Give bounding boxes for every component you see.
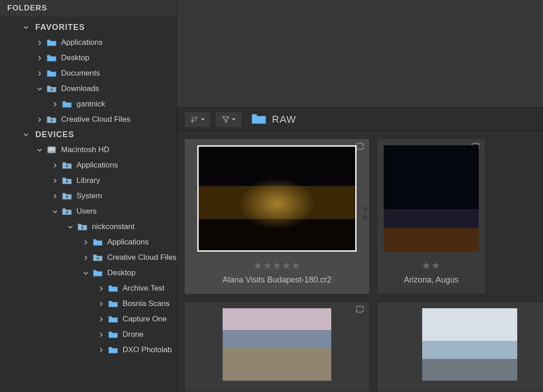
filter-button[interactable] xyxy=(215,111,242,128)
tree-item[interactable]: gantnick xyxy=(0,96,176,112)
tree-item[interactable]: Applications xyxy=(0,234,176,250)
folder-icon xyxy=(108,300,118,308)
folder-icon xyxy=(62,177,72,185)
star-rating[interactable]: ★★ xyxy=(422,260,441,272)
chevron-right-icon[interactable] xyxy=(82,239,89,245)
tree-item-label: Applications xyxy=(107,238,149,247)
section-favorites[interactable]: FAVORITES xyxy=(0,20,176,35)
breadcrumb[interactable]: RAW xyxy=(251,112,296,127)
thumbnail-image[interactable] xyxy=(223,308,331,381)
tree-item[interactable]: DXO Photolab xyxy=(0,342,176,358)
tree-item-label: Desktop xyxy=(107,268,135,277)
folder-icon xyxy=(47,38,57,47)
chevron-right-icon[interactable] xyxy=(98,301,104,307)
thumbnail-image[interactable] xyxy=(384,145,479,252)
tree-item[interactable]: nickconstant xyxy=(0,219,176,234)
tree-item-label: Macintosh HD xyxy=(61,145,110,154)
thumbnail-card[interactable] xyxy=(184,301,370,392)
tree-item[interactable]: Users xyxy=(0,204,176,219)
tree-item[interactable]: Bosnia Scans xyxy=(0,296,176,311)
chevron-down-icon[interactable] xyxy=(67,224,73,230)
chevron-down-icon xyxy=(23,132,29,138)
folder-icon xyxy=(47,115,57,124)
chevron-right-icon[interactable] xyxy=(36,55,43,61)
svg-point-6 xyxy=(66,196,68,198)
tree-item[interactable]: Downloads xyxy=(0,81,176,96)
app-root: FOLDERS FAVORITES ApplicationsDesktopDoc… xyxy=(0,0,543,392)
section-label: FAVORITES xyxy=(35,23,85,32)
folder-icon xyxy=(62,207,72,215)
svg-point-4 xyxy=(66,165,68,167)
tree-item-label: Archive.Test xyxy=(123,284,165,293)
tree-item-label: nickconstant xyxy=(92,222,135,231)
repeat-icon xyxy=(355,306,365,315)
star-rating[interactable]: ★★★★★ xyxy=(253,260,301,272)
chevron-down-icon[interactable] xyxy=(82,270,89,276)
tree-item[interactable]: Desktop xyxy=(0,265,176,281)
tree-item[interactable]: Desktop xyxy=(0,50,176,66)
tree-item[interactable]: Creative Cloud Files xyxy=(0,250,176,265)
folder-icon xyxy=(62,100,72,108)
svg-point-0 xyxy=(50,88,52,91)
folder-icon xyxy=(47,85,57,93)
tree-item[interactable]: Macintosh HD xyxy=(0,142,176,158)
chevron-right-icon[interactable] xyxy=(36,116,43,123)
tree-item[interactable]: Library xyxy=(0,173,176,188)
chevron-right-icon[interactable] xyxy=(98,285,104,292)
tree-item-label: Desktop xyxy=(61,53,89,62)
svg-point-7 xyxy=(66,211,68,213)
folder-icon xyxy=(93,238,103,246)
tree-item[interactable]: Creative Cloud Files xyxy=(0,112,176,127)
chevron-down-icon[interactable] xyxy=(36,86,43,92)
thumbnail-image[interactable] xyxy=(197,145,357,252)
thumbnail-caption: Alana Visits Budapest-180.cr2 xyxy=(223,275,332,285)
chevron-right-icon[interactable] xyxy=(36,70,43,76)
tree-item-label: Downloads xyxy=(61,84,99,93)
chevron-right-icon[interactable] xyxy=(52,177,58,184)
tree-item-label: Documents xyxy=(61,69,100,78)
main-pane: RAW ★★★★★ Alana Visits Budapest-180.cr2 … xyxy=(177,0,543,392)
tree-item[interactable]: Documents xyxy=(0,66,176,81)
thumbnail-card[interactable]: ★★★★★ Alana Visits Budapest-180.cr2 xyxy=(184,139,370,294)
chevron-down-icon[interactable] xyxy=(52,208,58,215)
tree-item-label: Creative Cloud Files xyxy=(107,253,176,262)
thumbnail-card[interactable]: ★★ Arizona, Augus xyxy=(377,139,486,294)
folder-icon xyxy=(47,54,57,62)
tree-item[interactable]: Applications xyxy=(0,158,176,173)
folder-tree: FAVORITES ApplicationsDesktopDocumentsDo… xyxy=(0,16,176,361)
chevron-right-icon[interactable] xyxy=(98,331,104,338)
folder-icon xyxy=(108,284,118,292)
chevron-right-icon[interactable] xyxy=(36,39,43,46)
folder-icon xyxy=(251,112,267,127)
tree-item[interactable]: Applications xyxy=(0,35,176,50)
chevron-right-icon[interactable] xyxy=(82,254,89,261)
thumbnail-image[interactable] xyxy=(422,308,517,381)
chevron-right-icon[interactable] xyxy=(52,101,58,107)
thumbnail-row xyxy=(177,294,543,392)
chevron-right-icon[interactable] xyxy=(98,316,104,322)
tree-item[interactable]: Drone xyxy=(0,327,176,342)
tree-item[interactable]: System xyxy=(0,188,176,204)
folder-icon xyxy=(93,253,103,262)
folder-icon xyxy=(108,330,118,339)
thumbnail-card[interactable] xyxy=(377,301,543,392)
tree-item-label: Users xyxy=(76,207,96,216)
folder-icon xyxy=(93,269,103,277)
preview-area xyxy=(177,0,543,108)
sort-button[interactable] xyxy=(184,111,211,128)
browser-toolbar: RAW xyxy=(177,108,543,131)
chevron-right-icon[interactable] xyxy=(52,162,58,168)
tree-item[interactable]: Archive.Test xyxy=(0,281,176,296)
section-label: DEVICES xyxy=(35,130,74,139)
chevron-right-icon[interactable] xyxy=(52,193,58,199)
folder-icon xyxy=(47,69,57,77)
section-devices[interactable]: DEVICES xyxy=(0,127,176,142)
folder-icon xyxy=(62,192,72,200)
folder-icon xyxy=(77,223,87,231)
chevron-down-icon[interactable] xyxy=(36,147,43,153)
tree-item[interactable]: Capture One xyxy=(0,311,176,327)
tree-item-label: Library xyxy=(76,176,100,185)
chevron-right-icon[interactable] xyxy=(98,347,104,353)
folder-icon xyxy=(62,161,72,169)
tree-item-label: System xyxy=(76,191,102,201)
